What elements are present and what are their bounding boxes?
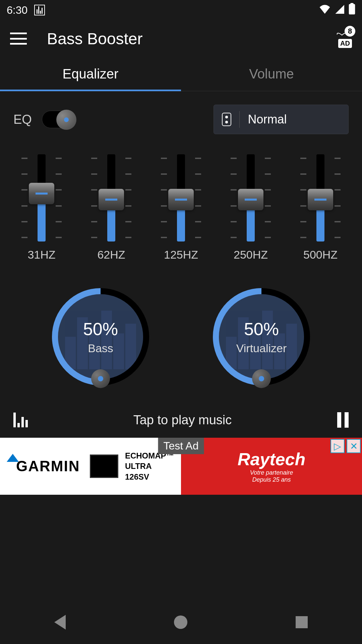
- ad-play-icon[interactable]: ▷: [330, 439, 345, 453]
- nav-back-icon[interactable]: [54, 615, 66, 630]
- tab-equalizer[interactable]: Equalizer: [0, 57, 181, 91]
- slider-label: 500HZ: [303, 248, 338, 261]
- ad-close-icon[interactable]: ✕: [347, 439, 361, 453]
- menu-icon[interactable]: [10, 33, 27, 45]
- virtualizer-value: 50%: [244, 319, 279, 339]
- svg-rect-0: [349, 4, 355, 14]
- svg-rect-1: [350, 3, 353, 5]
- eq-toggle[interactable]: [42, 111, 75, 128]
- slider-label: 31HZ: [27, 248, 55, 261]
- ad-banner[interactable]: Test Ad GARMIN ECHOMAP™ ULTRA 126SV Rayt…: [0, 438, 362, 495]
- virtualizer-knob[interactable]: 50% Virtualizer: [213, 288, 310, 385]
- eq-sliders: 31HZ 62HZ 125HZ: [0, 141, 362, 271]
- ad-garmin-text: GARMIN: [16, 458, 80, 475]
- pause-icon[interactable]: [337, 412, 349, 428]
- ad-brand: Raytech: [238, 449, 305, 469]
- app-title: Bass Booster: [47, 30, 333, 48]
- test-ad-label: Test Ad: [158, 438, 204, 454]
- status-time: 6:30: [7, 4, 27, 16]
- play-bar: Tap to play music: [0, 402, 362, 438]
- tab-bar: Equalizer Volume: [0, 57, 362, 91]
- ad-device-image: [90, 454, 118, 478]
- knob-handle-icon: [91, 369, 110, 388]
- bass-value: 50%: [83, 319, 118, 339]
- effect-knobs: 50% Bass 50% Virtualizer: [0, 271, 362, 402]
- battery-icon: [349, 3, 355, 17]
- nav-recent-icon[interactable]: [296, 616, 308, 628]
- signal-icon: [335, 4, 345, 16]
- slider-label: 62HZ: [97, 248, 125, 261]
- eq-label: EQ: [13, 112, 32, 127]
- preset-dropdown[interactable]: Normal: [214, 105, 349, 134]
- tab-volume[interactable]: Volume: [181, 57, 362, 91]
- navigation-bar: [0, 600, 362, 644]
- ad-gift-button[interactable]: AD 8: [333, 29, 352, 48]
- ad-product-line2: ULTRA 126SV: [125, 461, 174, 482]
- wifi-icon: [319, 4, 330, 16]
- speaker-icon: [222, 113, 231, 126]
- ad-tagline1: Votre partenaire: [250, 469, 293, 476]
- ad-label: AD: [338, 39, 352, 48]
- bass-knob[interactable]: 50% Bass: [52, 288, 149, 385]
- slider-125hz[interactable]: [161, 154, 201, 241]
- ad-badge-count: 8: [345, 26, 355, 37]
- nav-home-icon[interactable]: [174, 615, 187, 629]
- knob-handle-icon: [252, 369, 271, 388]
- visualizer-icon[interactable]: [13, 413, 28, 427]
- slider-62hz[interactable]: [91, 154, 131, 241]
- ad-tagline2: Depuis 25 ans: [252, 476, 291, 483]
- slider-500hz[interactable]: [300, 154, 341, 241]
- equalizer-app-icon: [34, 5, 45, 15]
- play-music-text[interactable]: Tap to play music: [35, 413, 330, 427]
- virtualizer-label: Virtualizer: [236, 342, 287, 355]
- status-bar: 6:30: [0, 0, 362, 20]
- slider-label: 125HZ: [164, 248, 198, 261]
- bass-label: Bass: [88, 342, 113, 355]
- slider-250hz[interactable]: [231, 154, 271, 241]
- slider-31hz[interactable]: [21, 154, 62, 241]
- app-header: Bass Booster AD 8: [0, 20, 362, 57]
- slider-label: 250HZ: [234, 248, 268, 261]
- preset-name: Normal: [248, 112, 287, 126]
